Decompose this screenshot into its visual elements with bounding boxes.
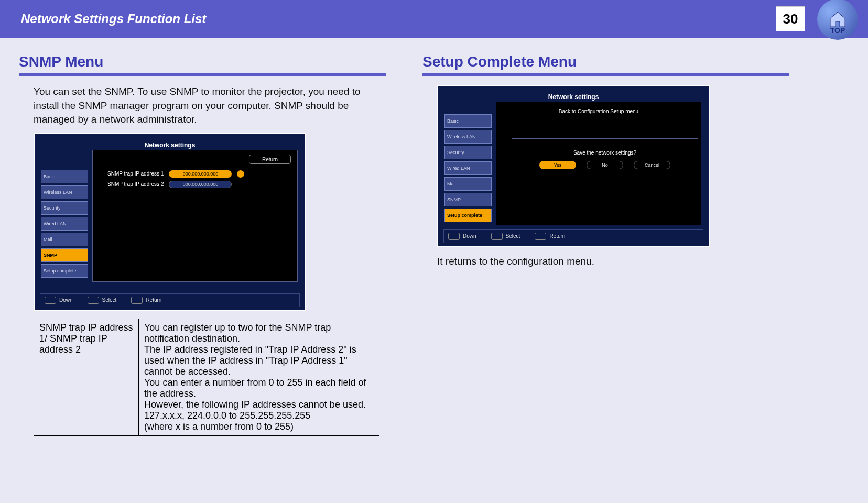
setup-complete-heading: Setup Complete Menu: [422, 53, 789, 70]
dialog-text: Save the network settings?: [573, 150, 636, 156]
tab-wired-lan[interactable]: Wired LAN: [444, 161, 492, 175]
footer-select: Select: [491, 233, 520, 240]
tab-basic[interactable]: Basic: [444, 114, 492, 128]
page-number: 30: [776, 6, 805, 31]
yes-button[interactable]: Yes: [539, 161, 576, 169]
param-desc-line: (where x is a number from 0 to 255): [144, 421, 374, 432]
footer-down: Down: [45, 297, 73, 304]
chevron-right-icon: [237, 170, 244, 178]
sc-footer: Down Select Return: [443, 229, 703, 243]
param-desc: You can register up to two for the SNMP …: [139, 319, 379, 435]
param-desc-line: However, the following IP addresses cann…: [144, 399, 374, 410]
tab-setup-complete[interactable]: Setup complete: [41, 264, 88, 278]
tab-snmp[interactable]: SNMP: [444, 193, 492, 206]
home-top-icon: TOP: [817, 0, 858, 40]
snmp-param-table: SNMP trap IP address 1/ SNMP trap IP add…: [34, 319, 379, 436]
tab-basic[interactable]: Basic: [41, 170, 88, 183]
content: SNMP Menu You can set the SNMP. To use S…: [0, 38, 868, 452]
tab-mail[interactable]: Mail: [41, 233, 88, 246]
header-title: Network Settings Function List: [21, 12, 206, 26]
dialog-buttons: Yes No Cancel: [539, 161, 670, 169]
param-desc-line: You can register up to two for the SNMP …: [144, 322, 374, 344]
snmp-section: SNMP Menu You can set the SNMP. To use S…: [19, 53, 386, 436]
header-bar: Network Settings Function List 30 TOP: [0, 0, 868, 38]
no-button[interactable]: No: [587, 161, 623, 169]
footer-return: Return: [131, 297, 161, 304]
setup-complete-caption: It returns to the configuration menu.: [437, 255, 789, 269]
snmp-row2-label: SNMP trap IP address 2: [107, 181, 164, 187]
section-rule: [422, 73, 789, 76]
save-dialog: Save the network settings? Yes No Cancel: [512, 138, 698, 180]
snmp-row1-value[interactable]: 000.000.000.000: [169, 170, 232, 178]
tab-wired-lan[interactable]: Wired LAN: [41, 217, 88, 231]
snmp-screen: Network settings Return SNMP trap IP add…: [34, 133, 306, 311]
top-icon[interactable]: TOP: [811, 0, 864, 43]
tab-setup-complete[interactable]: Setup complete: [444, 209, 492, 222]
tab-security[interactable]: Security: [444, 146, 492, 159]
snmp-row1-label: SNMP trap IP address 1: [107, 171, 164, 177]
tab-wireless-lan[interactable]: Wireless LAN: [444, 130, 492, 144]
footer-select: Select: [88, 297, 117, 304]
sc-screen-title: Network settings: [548, 93, 599, 101]
snmp-footer: Down Select Return: [40, 293, 300, 307]
snmp-row2-value[interactable]: 000.000.000.000: [169, 181, 232, 188]
param-desc-line: 127.x.x.x, 224.0.0.0 to 255.255.255.255: [144, 410, 374, 421]
snmp-tabs: Basic Wireless LAN Security Wired LAN Ma…: [41, 170, 88, 278]
tab-wireless-lan[interactable]: Wireless LAN: [41, 185, 88, 199]
snmp-panel: Return SNMP trap IP address 1 000.000.00…: [92, 150, 298, 282]
top-icon-label: TOP: [830, 26, 845, 35]
param-desc-line: You can enter a number from 0 to 255 in …: [144, 377, 374, 399]
tab-security[interactable]: Security: [41, 201, 88, 215]
footer-return: Return: [535, 233, 565, 240]
snmp-heading: SNMP Menu: [19, 53, 386, 70]
tab-snmp[interactable]: SNMP: [41, 248, 88, 262]
return-button[interactable]: Return: [249, 155, 291, 164]
param-key: SNMP trap IP address 1/ SNMP trap IP add…: [34, 319, 139, 435]
param-desc-line: The IP address registered in "Trap IP Ad…: [144, 344, 374, 377]
setup-complete-section: Setup Complete Menu Network settings Bac…: [422, 53, 789, 436]
tab-mail[interactable]: Mail: [444, 177, 492, 191]
snmp-screen-title: Network settings: [145, 141, 196, 149]
section-rule: [19, 73, 386, 76]
cancel-button[interactable]: Cancel: [634, 161, 670, 169]
snmp-intro-text: You can set the SNMP. To use SNMP to mon…: [34, 85, 386, 127]
sc-tabs: Basic Wireless LAN Security Wired LAN Ma…: [444, 114, 492, 222]
home-icon: [827, 11, 848, 28]
footer-down: Down: [448, 233, 476, 240]
setup-complete-screen: Network settings Back to Configuration S…: [437, 85, 710, 247]
sc-subtitle: Back to Configuration Setup menu: [559, 108, 638, 114]
